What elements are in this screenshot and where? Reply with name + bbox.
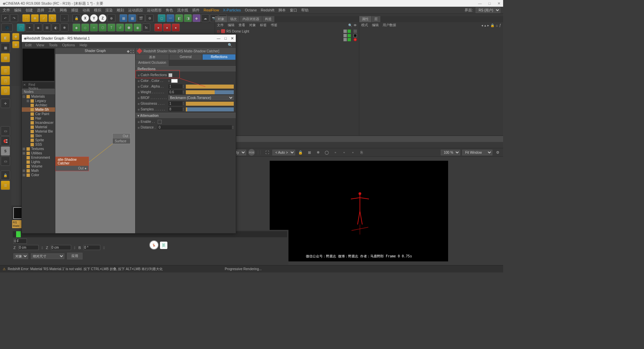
rs-btn-2[interactable]: ● <box>163 23 171 32</box>
point-mode[interactable]: ◫ <box>1 66 10 75</box>
effector-7[interactable]: ⬢ <box>125 23 133 32</box>
render-view-button[interactable]: ▦ <box>119 14 127 22</box>
search-icon[interactable]: 🔍 <box>348 23 352 27</box>
mograph-1[interactable]: ✦ <box>25 23 34 32</box>
redo-button[interactable]: ↷ <box>10 14 18 22</box>
minimize-icon[interactable]: — <box>217 36 220 41</box>
eye-icon[interactable]: 👁 <box>354 23 357 27</box>
mograph-4[interactable]: ◐ <box>52 23 60 32</box>
menu-item[interactable]: 文件 <box>3 8 10 13</box>
tab-takes[interactable]: 场次 <box>227 16 239 22</box>
rs-btn-3[interactable]: ● <box>172 23 180 32</box>
glossiness-input[interactable]: 1 <box>168 101 182 106</box>
menu-plugin-realflow[interactable]: RealFlow <box>204 8 219 12</box>
material-tag-icon[interactable] <box>354 34 357 37</box>
ime-indicator[interactable]: 英 <box>160 242 167 249</box>
effector-1[interactable]: ◆ <box>72 23 80 32</box>
tree-node[interactable]: Hair <box>22 116 55 120</box>
tree-node[interactable]: ⊞Utilities <box>22 151 55 155</box>
render-region-button[interactable]: ▦ <box>128 14 136 22</box>
lock-icon[interactable]: 🔒 <box>490 23 494 27</box>
samples-input[interactable]: 8 <box>168 107 182 111</box>
viewport-solo[interactable]: ▭ <box>1 126 10 136</box>
menu-item[interactable]: 运动跟踪 <box>128 8 143 13</box>
render-active-button[interactable]: ⚙ <box>146 14 154 22</box>
vis-flag[interactable] <box>347 34 351 37</box>
timeline-marker[interactable] <box>16 231 21 237</box>
tree-node[interactable]: Architec <box>22 103 55 107</box>
nav-move[interactable]: ✥ <box>12 33 19 40</box>
rgb-icon[interactable]: RGB <box>248 149 255 156</box>
menu-item[interactable]: 窗口 <box>290 8 297 13</box>
gear-icon[interactable]: ⚙ <box>494 149 501 156</box>
tab-struct[interactable]: 构造 <box>262 16 274 22</box>
shader-window-titlebar[interactable]: ◈ Redshift Shader Graph - RS Material.1 … <box>22 35 236 42</box>
snowflake-icon[interactable]: ❄ <box>315 149 321 156</box>
shader-menu-options[interactable]: Options <box>62 43 75 47</box>
obj-menu[interactable]: 查看 <box>238 23 245 28</box>
tree-node[interactable]: ⊞Textures <box>22 147 55 151</box>
effector-2[interactable]: ◇ <box>81 23 89 32</box>
menu-item[interactable]: 选择 <box>37 8 44 13</box>
shader-graph-canvas[interactable]: Shader Graph ✥⛶ Out Surface atte-Shadow … <box>55 48 135 233</box>
menu-item[interactable]: 模拟 <box>94 8 101 13</box>
attr-menu[interactable]: 编辑 <box>372 23 379 28</box>
menu-item[interactable]: 角色 <box>166 8 173 13</box>
menu-plugin-redshift[interactable]: Redshift <box>261 8 274 12</box>
tree-node[interactable]: Volume <box>22 164 55 168</box>
effector-6[interactable]: ↺ <box>116 23 124 32</box>
frame-start-input[interactable] <box>13 239 27 244</box>
obj-menu[interactable]: 对象 <box>249 23 256 28</box>
shader-menu-edit[interactable]: Edit <box>25 43 32 47</box>
z-size-input[interactable] <box>51 245 71 250</box>
effector-8[interactable]: ◉ <box>133 23 142 32</box>
catch-reflections-checkbox[interactable]: ✔ <box>168 73 172 77</box>
shader-menu-help[interactable]: Help <box>79 43 87 47</box>
glossiness-slider[interactable] <box>186 102 234 106</box>
tab-content[interactable]: 内容浏览器 <box>240 16 262 22</box>
move-tool[interactable]: ✥ <box>31 14 39 22</box>
snapshot1-icon[interactable]: ▫ <box>332 149 339 156</box>
tree-node[interactable]: Material <box>22 125 55 129</box>
tree-node[interactable]: ⊟Materials <box>22 94 55 99</box>
vis-flag[interactable] <box>343 38 347 41</box>
close-icon[interactable]: ✕ <box>231 36 234 41</box>
circle-icon[interactable]: ◯ <box>323 149 330 156</box>
rotate-tool[interactable]: ↻ <box>48 14 56 22</box>
samples-slider[interactable] <box>186 107 234 111</box>
tab-attributes[interactable]: 属性 <box>359 16 371 22</box>
region-selector[interactable]: < Auto > <box>272 150 295 155</box>
texture-mode[interactable]: ▦ <box>1 43 10 52</box>
tree-node[interactable]: ⊞Color <box>22 173 55 177</box>
zoom-selector[interactable]: 100 % <box>441 150 460 155</box>
mograph-3[interactable]: ⊞ <box>43 23 51 32</box>
tab-basic[interactable]: 基本 <box>136 54 169 60</box>
menu-item[interactable]: 工具 <box>48 8 56 13</box>
axis-mode[interactable]: ✛ <box>1 99 10 108</box>
polygon-mode[interactable]: ◲ <box>1 86 10 95</box>
z-pos-input[interactable] <box>18 245 39 250</box>
copy-icon[interactable]: ⎘ <box>358 149 365 156</box>
maximize-icon[interactable]: □ <box>488 1 491 6</box>
find-nodes-input[interactable]: Find Nodes... <box>22 82 54 88</box>
attr-menu[interactable]: 模式 <box>361 23 368 28</box>
edge-mode[interactable]: ◳ <box>1 76 10 85</box>
b-rot-input[interactable] <box>84 245 100 250</box>
grid-icon[interactable]: ⊞ <box>306 149 313 156</box>
effector-fx[interactable]: fx <box>142 23 150 32</box>
menu-item[interactable]: 雕刻 <box>117 8 124 13</box>
scale-tool[interactable]: ⤢ <box>40 14 48 22</box>
tree-node[interactable]: SSS <box>22 142 55 147</box>
tab-general[interactable]: General <box>169 54 203 60</box>
brdf-select[interactable]: Beckmann (Cook-Torrance) <box>168 95 234 100</box>
tree-node[interactable]: ⊞Legacy <box>22 99 55 103</box>
tree-node[interactable]: ⊞Math <box>22 168 55 173</box>
tab-reflections[interactable]: Reflections <box>202 54 236 60</box>
distance-input[interactable]: 0 <box>158 125 232 130</box>
generator2-tool[interactable]: ◨ <box>184 14 192 22</box>
nav-back-icon[interactable]: ◂ <box>481 23 483 27</box>
weight-slider[interactable] <box>186 90 234 94</box>
nav-rotate[interactable]: ⊕ <box>12 41 19 48</box>
mograph-2[interactable]: ◈ <box>34 23 42 32</box>
cube-primitive[interactable]: ◻ <box>158 14 166 22</box>
